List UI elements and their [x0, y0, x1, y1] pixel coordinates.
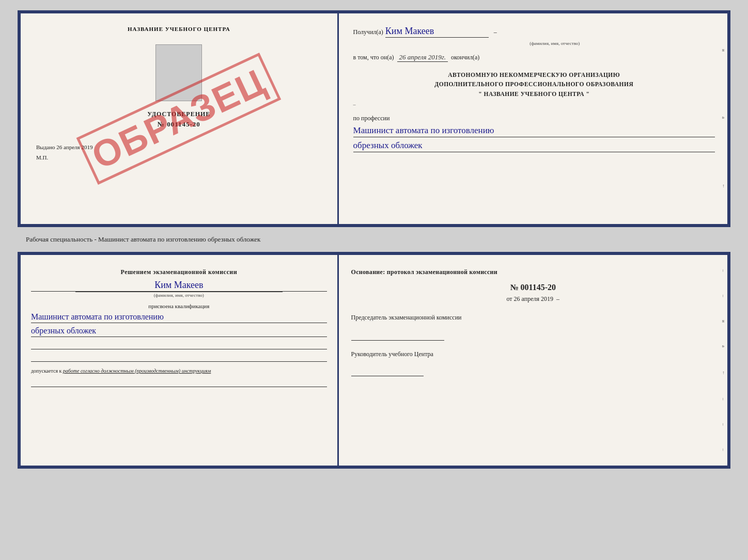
bottom-edge-mark2: –	[721, 295, 726, 297]
photo-placeholder	[155, 44, 202, 101]
cert-number: № 001145-20	[158, 120, 200, 129]
profession-line1: Машинист автомата по изготовлению	[353, 125, 715, 137]
org-line2: ДОПОЛНИТЕЛЬНОГО ПРОФЕССИОНАЛЬНОГО ОБРАЗО…	[353, 79, 715, 89]
commission-person-name: Ким Макеев	[31, 280, 327, 292]
dash-after-name: –	[491, 28, 497, 36]
fio-sub-label: (фамилия, имя, отчество)	[395, 41, 715, 46]
bottom-edge-mark5: –	[721, 449, 726, 451]
blank-line1	[31, 341, 327, 349]
date-postfix: окончил(а)	[451, 54, 479, 61]
right-dash1: –	[353, 102, 356, 107]
commission-header: Решением экзаменационной комиссии	[31, 267, 327, 277]
head-signature-line	[351, 368, 424, 376]
org-line1: АВТОНОМНУЮ НЕКОММЕРЧЕСКУЮ ОРГАНИЗАЦИЮ	[353, 70, 715, 79]
top-doc-left: НАЗВАНИЕ УЧЕБНОГО ЦЕНТРА УДОСТОВЕРЕНИЕ №…	[21, 13, 339, 224]
bottom-edge-mark-arrow: ←	[721, 371, 726, 375]
edge-mark-a: а	[721, 117, 726, 119]
allowed-text: допускается к работе согласно должностны…	[31, 367, 211, 375]
bottom-doc-right: Основание: протокол экзаменационной коми…	[339, 255, 727, 466]
top-document: НАЗВАНИЕ УЧЕБНОГО ЦЕНТРА УДОСТОВЕРЕНИЕ №…	[18, 10, 730, 227]
allowed-prefix: допускается к	[31, 368, 61, 374]
protocol-date-prefix: от	[507, 295, 512, 302]
cert-label: УДОСТОВЕРЕНИЕ	[147, 110, 210, 118]
bottom-document: Решением экзаменационной комиссии Ким Ма…	[18, 252, 730, 469]
received-line: Получил(а) Ким Макеев –	[353, 26, 715, 38]
recipient-name: Ким Макеев	[385, 26, 489, 38]
qual-line2: обрезных обложек	[31, 326, 327, 337]
profession-label: по профессии	[353, 115, 715, 122]
bottom-edge-mark4: –	[721, 423, 726, 426]
chairman-label: Председатель экзаменационной комиссии	[351, 313, 715, 322]
bottom-fio-sub: (фамилия, имя, отчество)	[75, 292, 283, 298]
date-prefix: в том, что он(а)	[353, 54, 394, 61]
fio-sublabel-container: (фамилия, имя, отчество)	[353, 41, 715, 46]
completion-date: 26 апреля 2019г.	[397, 53, 448, 62]
allowed-content: работе согласно должностным (производств…	[63, 368, 211, 374]
top-left-title: НАЗВАНИЕ УЧЕБНОГО ЦЕНТРА	[128, 26, 230, 32]
bottom-right-edge-marks: – – и а ← – – –	[720, 255, 727, 466]
right-edge-marks: и а ←	[720, 13, 727, 224]
qual-line1: Машинист автомата по изготовлению	[31, 312, 327, 323]
profession-line2: обрезных обложек	[353, 140, 715, 152]
received-prefix: Получил(а)	[353, 28, 383, 36]
chairman-signature-line	[351, 332, 444, 341]
bottom-edge-mark1: –	[721, 269, 726, 272]
org-block: АВТОНОМНУЮ НЕКОММЕРЧЕСКУЮ ОРГАНИЗАЦИЮ ДО…	[353, 70, 715, 99]
protocol-date-value: 26 апреля 2019	[514, 295, 553, 302]
bottom-edge-mark-a: а	[721, 345, 726, 347]
date-line: в том, что он(а) 26 апреля 2019г. окончи…	[353, 53, 715, 62]
head-label: Руководитель учебного Центра	[351, 350, 715, 359]
edge-mark-arrow: ←	[721, 184, 726, 188]
blank-line3	[31, 379, 327, 387]
edge-mark-i: и	[721, 49, 726, 52]
issued-line: Выдано 26 апреля 2019	[36, 144, 92, 150]
bottom-edge-mark-i: и	[721, 320, 726, 323]
blank-line2	[31, 354, 327, 362]
protocol-number: № 001145-20	[351, 283, 715, 292]
bottom-edge-mark3: –	[721, 398, 726, 401]
caption-line: Рабочая специальность - Машинист автомат…	[26, 235, 260, 244]
org-line3: " НАЗВАНИЕ УЧЕБНОГО ЦЕНТРА "	[353, 89, 715, 99]
bottom-doc-left: Решением экзаменационной комиссии Ким Ма…	[21, 255, 339, 466]
mp-line: М.П.	[36, 154, 48, 161]
top-doc-right: Получил(а) Ким Макеев – (фамилия, имя, о…	[339, 13, 727, 224]
basis-label: Основание: протокол экзаменационной коми…	[351, 267, 715, 277]
assigned-label: присвоена квалификация	[31, 303, 327, 309]
protocol-date-dash: –	[555, 295, 559, 302]
protocol-date: от 26 апреля 2019 –	[351, 295, 715, 303]
